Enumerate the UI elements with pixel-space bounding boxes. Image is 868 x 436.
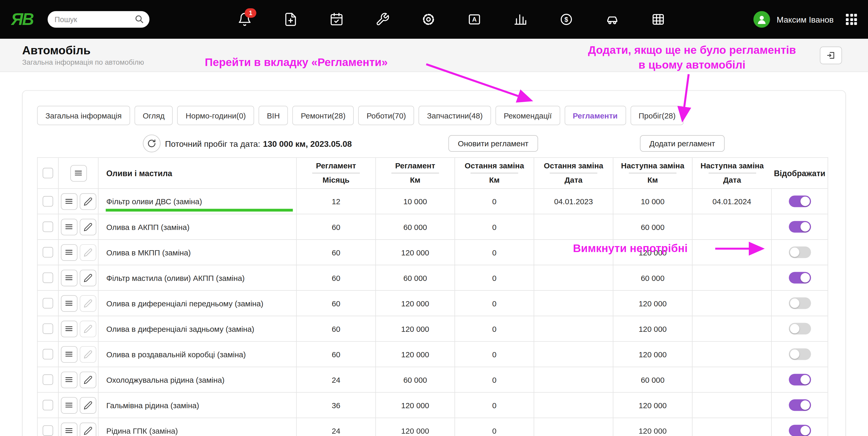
row-checkbox[interactable] <box>42 298 53 309</box>
row-menu-button[interactable] <box>61 295 77 312</box>
cell-last_date <box>534 265 614 290</box>
row-checkbox[interactable] <box>42 247 53 258</box>
visibility-column-header: Відображати <box>774 169 826 177</box>
visibility-toggle[interactable] <box>788 425 811 436</box>
cell-km: 10 000 <box>376 189 455 214</box>
dollar-icon[interactable]: $ <box>559 12 574 27</box>
tab-2[interactable]: Нормо-години(0) <box>177 106 254 125</box>
row-menu-button[interactable] <box>61 193 77 210</box>
row-checkbox[interactable] <box>42 272 53 283</box>
table-icon[interactable] <box>651 12 666 27</box>
cell-last_date <box>534 367 614 392</box>
row-checkbox[interactable] <box>42 323 53 334</box>
row-menu-button[interactable] <box>61 371 77 388</box>
row-name: Фільтр оливи ДВС (заміна) <box>106 197 202 206</box>
visibility-toggle[interactable] <box>788 399 811 411</box>
row-edit-button[interactable] <box>80 346 96 362</box>
row-checkbox[interactable] <box>42 425 53 436</box>
row-checkbox[interactable] <box>42 222 53 232</box>
page: ЯВ 1A$ Максим Іванов Автомобіль Загальна… <box>0 0 868 436</box>
row-edit-button[interactable] <box>80 244 96 261</box>
cell-next_km: 120 000 <box>614 316 693 341</box>
row-edit-button[interactable] <box>80 320 96 337</box>
plate-a-icon[interactable]: A <box>467 12 482 27</box>
tab-0[interactable]: Загальна інформація <box>37 106 130 125</box>
user-name[interactable]: Максим Іванов <box>777 14 834 24</box>
visibility-toggle[interactable] <box>788 297 811 309</box>
visibility-toggle[interactable] <box>788 221 811 233</box>
row-checkbox[interactable] <box>42 349 53 359</box>
cell-km: 120 000 <box>376 316 455 341</box>
tab-5[interactable]: Роботи(70) <box>358 106 414 125</box>
user-avatar-icon[interactable] <box>753 11 770 28</box>
table-row: Гальмівна рідина (заміна)36120 0000120 0… <box>38 393 828 418</box>
row-edit-button[interactable] <box>80 269 96 286</box>
row-checkbox[interactable] <box>42 196 53 207</box>
select-all-checkbox[interactable] <box>42 168 53 178</box>
cell-next_km: 60 000 <box>614 265 693 290</box>
app-logo[interactable]: ЯВ <box>11 10 33 29</box>
row-edit-button[interactable] <box>80 219 96 235</box>
row-menu-button[interactable] <box>61 397 77 413</box>
visibility-toggle[interactable] <box>788 323 811 335</box>
row-menu-button[interactable] <box>61 346 77 362</box>
table-header-row: Оливи і мастила РегламентМісяцьРегламент… <box>38 158 828 188</box>
row-name: Олива в диференціалі передньому (заміна) <box>106 299 264 308</box>
cell-last_date <box>534 214 614 239</box>
row-menu-button[interactable] <box>61 269 77 286</box>
toolbar: Поточний пробіг та дата: 130 000 км, 202… <box>37 135 828 152</box>
visibility-toggle[interactable] <box>788 272 811 284</box>
refresh-button[interactable] <box>143 135 160 152</box>
visibility-toggle[interactable] <box>788 348 811 360</box>
tabs: Загальна інформаціяОглядНормо-години(0)В… <box>37 106 831 125</box>
cell-month: 36 <box>297 393 376 417</box>
cell-next_km: 120 000 <box>614 418 693 436</box>
row-edit-button[interactable] <box>80 193 96 210</box>
tab-3[interactable]: ВІН <box>258 106 288 125</box>
navbar-icons: 1A$ <box>237 12 666 27</box>
cell-next_date <box>692 240 772 265</box>
apps-grid-icon[interactable] <box>846 14 857 25</box>
cell-last_km: 0 <box>455 342 534 367</box>
tab-9[interactable]: Пробіг(28) <box>630 106 684 125</box>
tab-4[interactable]: Ремонти(28) <box>292 106 354 125</box>
row-edit-button[interactable] <box>80 397 96 413</box>
bell-icon[interactable]: 1 <box>237 12 252 27</box>
row-menu-button[interactable] <box>61 244 77 261</box>
car-icon[interactable] <box>604 12 620 27</box>
row-menu-button[interactable] <box>61 320 77 337</box>
row-checkbox[interactable] <box>42 400 53 410</box>
row-name: Олива в диференціалі задньому (заміна) <box>106 324 254 333</box>
update-regulation-button[interactable]: Оновити регламент <box>448 135 538 152</box>
cell-next_date <box>692 214 772 239</box>
row-edit-button[interactable] <box>80 371 96 388</box>
visibility-toggle[interactable] <box>788 195 811 207</box>
wrench-icon[interactable] <box>375 12 390 27</box>
cell-next_date <box>692 265 772 290</box>
header-menu-button[interactable] <box>70 165 87 181</box>
content-card: Загальна інформаціяОглядНормо-години(0)В… <box>22 90 846 436</box>
row-edit-button[interactable] <box>80 422 96 436</box>
calendar-check-icon[interactable] <box>329 12 344 27</box>
tab-6[interactable]: Запчастини(48) <box>419 106 491 125</box>
visibility-toggle[interactable] <box>788 246 811 258</box>
add-regulation-button[interactable]: Додати регламент <box>640 135 725 152</box>
file-plus-icon[interactable] <box>283 12 298 27</box>
cell-last_km: 0 <box>455 291 534 316</box>
visibility-toggle[interactable] <box>788 374 811 386</box>
tab-8-active[interactable]: Регламенти <box>564 106 626 125</box>
tab-7[interactable]: Рекомендації <box>495 106 560 125</box>
cell-month: 24 <box>297 418 376 436</box>
bar-chart-icon[interactable] <box>513 12 528 27</box>
tab-1[interactable]: Огляд <box>134 106 173 125</box>
row-menu-button[interactable] <box>61 219 77 235</box>
row-menu-button[interactable] <box>61 422 77 436</box>
collapse-button[interactable] <box>820 46 842 64</box>
cell-last_date <box>534 240 614 265</box>
row-checkbox[interactable] <box>42 374 53 385</box>
gear-icon[interactable] <box>421 12 436 27</box>
row-edit-button[interactable] <box>80 295 96 312</box>
table-row: Олива в АКПП (заміна)6060 000060 000 <box>38 214 828 240</box>
table-row: Рідина ГПК (заміна)24120 0000120 000 <box>38 418 828 436</box>
search-icon[interactable] <box>134 14 144 27</box>
